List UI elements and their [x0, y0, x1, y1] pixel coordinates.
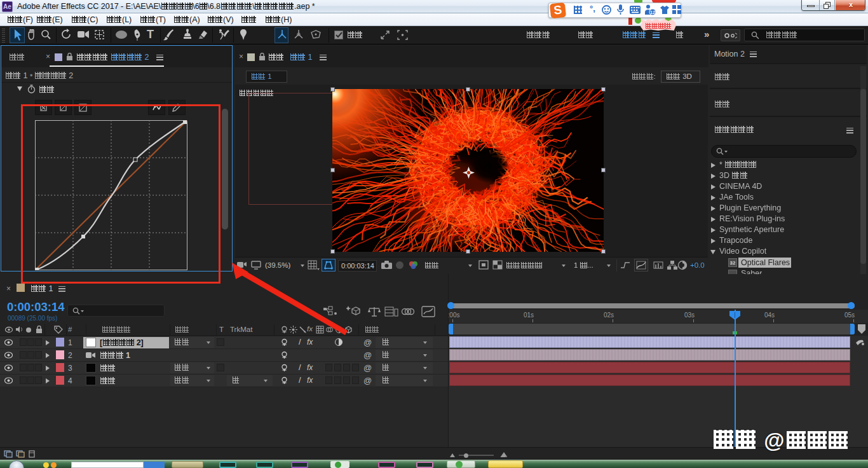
svg-text:12: 12: [650, 10, 655, 15]
